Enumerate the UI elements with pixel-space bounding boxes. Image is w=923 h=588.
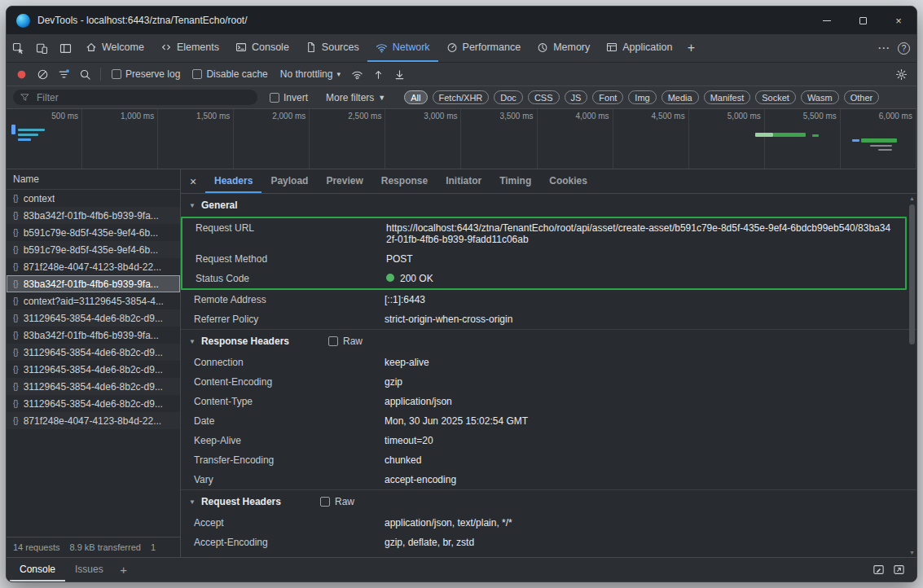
request-row[interactable]: {}context [7, 190, 180, 207]
disable-cache-checkbox[interactable] [192, 69, 202, 79]
disable-cache-toggle[interactable]: Disable cache [192, 68, 267, 80]
request-row[interactable]: {}83ba342f-01fb-4fb6-b939-9fa... [7, 207, 180, 224]
request-row[interactable]: {}context?aid=31129645-3854-4... [7, 292, 180, 309]
header-row: DateMon, 30 Jun 2025 15:02:54 GMT [181, 411, 916, 431]
filter-toggle-icon[interactable] [54, 64, 74, 84]
request-row[interactable]: {}31129645-3854-4de6-8b2c-d9... [7, 361, 180, 378]
device-toolbar-icon[interactable] [30, 34, 54, 62]
drawer-add-tab-button[interactable]: + [113, 558, 134, 581]
main-toolbar: WelcomeElementsConsoleSourcesNetworkPerf… [7, 34, 916, 63]
vertical-scrollbar[interactable]: ▲▼ [908, 194, 916, 557]
request-row[interactable]: {}871f248e-4047-4123-8b4d-22... [7, 258, 180, 275]
filter-chip-other[interactable]: Other [844, 90, 880, 104]
search-icon[interactable] [75, 64, 95, 84]
detail-tab-preview[interactable]: Preview [317, 169, 371, 193]
request-row[interactable]: {}b591c79e-8d5f-435e-9ef4-6b... [7, 224, 180, 241]
chevron-down-icon: ▼ [378, 94, 385, 102]
tab-network[interactable]: Network [367, 34, 438, 62]
minimize-button[interactable] [809, 7, 845, 34]
filter-input[interactable] [35, 91, 251, 104]
request-name: 83ba342f-01fb-4fb6-b939-9fa... [24, 330, 159, 341]
drawer-tab-console[interactable]: Console [10, 558, 65, 581]
filter-chip-doc[interactable]: Doc [494, 90, 523, 104]
tab-memory[interactable]: Memory [529, 34, 598, 62]
header-value: strict-origin-when-cross-origin [385, 314, 907, 325]
request-row[interactable]: {}31129645-3854-4de6-8b2c-d9... [7, 309, 180, 327]
request-row[interactable]: {}31129645-3854-4de6-8b2c-d9... [7, 395, 180, 412]
preserve-log-checkbox[interactable] [112, 69, 121, 79]
invert-checkbox[interactable] [270, 93, 279, 103]
filter-chip-socket[interactable]: Socket [755, 90, 796, 104]
dock-layout-icon[interactable] [54, 34, 77, 62]
titlebar[interactable]: DevTools - localhost:6443/ztna/TenantEch… [7, 7, 916, 34]
throttling-dropdown[interactable]: No throttling ▾ [280, 68, 341, 80]
more-filters-dropdown[interactable]: More filters ▼ [326, 92, 385, 103]
network-conditions-icon[interactable] [347, 64, 367, 84]
detail-tab-initiator[interactable]: Initiator [437, 169, 490, 193]
filter-chip-img[interactable]: Img [628, 90, 656, 104]
settings-gear-icon[interactable] [891, 64, 912, 84]
maximize-button[interactable] [845, 7, 881, 34]
filter-field[interactable] [13, 90, 257, 105]
inspect-element-icon[interactable] [7, 34, 30, 62]
request-row[interactable]: {}83ba342f-01fb-4fb6-b939-9fa... [7, 275, 180, 292]
network-overview-timeline[interactable]: 500 ms1,000 ms1,500 ms2,000 ms2,500 ms3,… [7, 109, 916, 169]
header-name: Transfer-Encoding [194, 454, 385, 466]
drawer-edit-panel-icon[interactable] [872, 564, 885, 576]
request-row[interactable]: {}83ba342f-01fb-4fb6-b939-9fa... [7, 327, 180, 344]
filter-chip-js[interactable]: JS [565, 90, 588, 104]
detail-tab-timing[interactable]: Timing [490, 169, 540, 193]
clear-button[interactable] [33, 64, 53, 84]
request-row[interactable]: {}31129645-3854-4de6-8b2c-d9... [7, 378, 180, 395]
export-har-icon[interactable] [368, 64, 389, 84]
invert-toggle[interactable]: Invert [270, 92, 308, 103]
request-row[interactable]: {}b591c79e-8d5f-435e-9ef4-6b... [7, 241, 180, 258]
section-header-response-headers[interactable]: ▼Response HeadersRaw [181, 330, 916, 353]
filter-chip-media[interactable]: Media [661, 90, 699, 104]
scroll-down-icon[interactable]: ▼ [909, 550, 915, 555]
request-row[interactable]: {}31129645-3854-4de6-8b2c-d9... [7, 344, 180, 361]
tab-sources[interactable]: Sources [297, 34, 367, 62]
tab-label: Memory [553, 42, 590, 53]
scroll-up-icon[interactable]: ▲ [909, 195, 915, 201]
tab-application[interactable]: Application [598, 34, 680, 62]
close-detail-icon[interactable]: × [181, 169, 205, 193]
raw-toggle[interactable]: Raw [328, 336, 363, 347]
tab-performance[interactable]: Performance [438, 34, 530, 62]
drawer-tab-issues[interactable]: Issues [65, 558, 113, 581]
tab-elements[interactable]: Elements [152, 34, 227, 62]
more-options-icon[interactable]: ⋯ [872, 41, 894, 55]
filter-chip-fetch-xhr[interactable]: Fetch/XHR [433, 90, 490, 104]
detail-tab-payload[interactable]: Payload [262, 169, 317, 193]
filter-chip-wasm[interactable]: Wasm [801, 90, 839, 104]
name-column-header[interactable]: Name [7, 169, 180, 190]
detail-tab-headers[interactable]: Headers [205, 169, 262, 193]
filter-chip-all[interactable]: All [404, 90, 427, 104]
import-har-icon[interactable] [389, 64, 410, 84]
tab-console[interactable]: Console [227, 34, 297, 62]
chevron-down-icon: ▾ [336, 70, 341, 78]
tab-welcome[interactable]: Welcome [77, 34, 152, 62]
raw-checkbox[interactable] [320, 497, 330, 507]
scrollbar-thumb[interactable] [909, 204, 915, 344]
filter-chip-css[interactable]: CSS [528, 90, 560, 104]
section-header-request-headers[interactable]: ▼Request HeadersRaw [181, 490, 916, 513]
filter-chip-font[interactable]: Font [592, 90, 623, 104]
record-button[interactable] [11, 64, 32, 84]
json-braces-icon: {} [13, 228, 19, 237]
tab-label: Elements [177, 42, 219, 53]
more-panels-button[interactable]: + [680, 34, 701, 62]
filter-chip-manifest[interactable]: Manifest [704, 90, 751, 104]
detail-tab-cookies[interactable]: Cookies [540, 169, 596, 193]
preserve-log-toggle[interactable]: Preserve log [112, 68, 180, 80]
section-title: Response Headers [201, 336, 289, 347]
help-icon[interactable]: ? [898, 42, 910, 55]
waterfall-bar [852, 139, 859, 142]
raw-toggle[interactable]: Raw [320, 496, 354, 507]
close-button[interactable]: × [881, 7, 916, 34]
section-header-general[interactable]: ▼General [181, 194, 916, 217]
request-row[interactable]: {}871f248e-4047-4123-8b4d-22... [7, 412, 180, 429]
drawer-open-panel-icon[interactable] [893, 564, 905, 576]
detail-tab-response[interactable]: Response [372, 169, 437, 193]
raw-checkbox[interactable] [328, 336, 338, 346]
